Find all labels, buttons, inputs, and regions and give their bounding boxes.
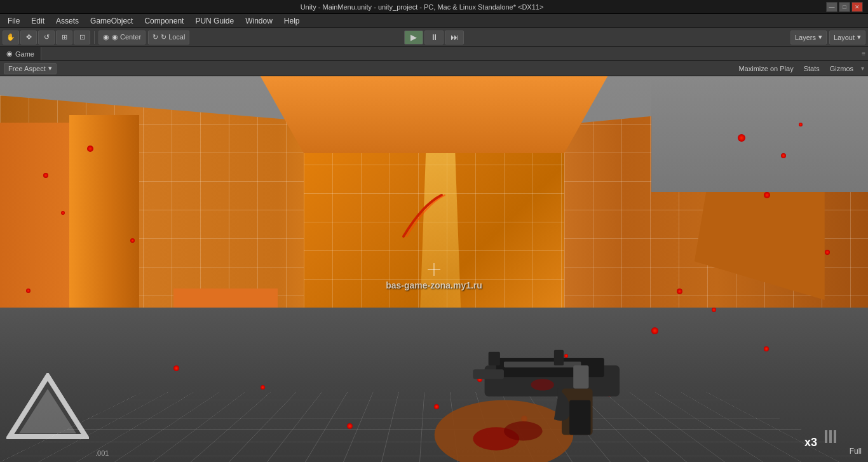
- menu-file[interactable]: File: [3, 15, 25, 27]
- tab-scroll-button[interactable]: ≡: [859, 50, 868, 57]
- window-title: Unity - MainMenu.unity - unity_project -…: [18, 3, 826, 11]
- menu-bar: File Edit Assets GameObject Component PU…: [0, 14, 868, 28]
- layers-label: Layers: [795, 34, 816, 41]
- layers-dropdown[interactable]: Layers ▾: [790, 31, 827, 44]
- gizmos-button[interactable]: Gizmos: [827, 64, 856, 73]
- game-right-controls: Maximize on Play Stats Gizmos ▾: [736, 64, 864, 73]
- menu-edit[interactable]: Edit: [26, 15, 50, 27]
- step-button[interactable]: ⏭: [445, 31, 464, 44]
- local-global-button[interactable]: ↻ ↻ Local: [148, 31, 189, 44]
- scale-tool-button[interactable]: ⊞: [56, 31, 72, 44]
- menu-component[interactable]: Component: [139, 15, 189, 27]
- stats-button[interactable]: Stats: [801, 64, 822, 73]
- minimize-button[interactable]: —: [826, 2, 837, 12]
- svg-rect-12: [554, 350, 564, 365]
- ammo-bars: [825, 430, 836, 443]
- game-toolbar: Free Aspect ▾ Maximize on Play Stats Giz…: [0, 61, 868, 76]
- multiplier-text: x3: [804, 436, 817, 449]
- center-pivot-button[interactable]: ◉ ◉ Center: [98, 31, 146, 44]
- rotate-tool-button[interactable]: ↺: [38, 31, 55, 44]
- menu-pun-guide[interactable]: PUN Guide: [190, 15, 239, 27]
- game-tab-icon: ◉: [6, 50, 13, 58]
- menu-help[interactable]: Help: [279, 15, 305, 27]
- title-bar: Unity - MainMenu.unity - unity_project -…: [0, 0, 868, 14]
- particle-13: [261, 385, 265, 390]
- particle-18: [825, 250, 830, 255]
- menu-assets[interactable]: Assets: [51, 15, 84, 27]
- game-scene: bas-game-zona.my1.ru: [0, 76, 868, 462]
- unity-logo: [6, 373, 89, 456]
- top-right-gray: [651, 76, 869, 192]
- free-aspect-button[interactable]: Free Aspect ▾: [4, 63, 57, 74]
- svg-point-14: [531, 379, 554, 390]
- game-tab-bar: ◉ Game ≡: [0, 47, 868, 61]
- layers-chevron-icon: ▾: [818, 33, 822, 41]
- free-aspect-chevron-icon: ▾: [48, 64, 52, 72]
- svg-rect-13: [569, 400, 590, 435]
- layout-dropdown[interactable]: Layout ▾: [829, 31, 865, 44]
- svg-rect-11: [489, 352, 500, 365]
- local-label: ↻ Local: [161, 33, 185, 41]
- pause-button[interactable]: ⏸: [424, 31, 444, 44]
- toolbar: ✋ ✥ ↺ ⊞ ⊡ ◉ ◉ Center ↻ ↻ Local ▶ ⏸ ⏭ Lay…: [0, 28, 868, 47]
- bullet-trail: [391, 192, 467, 243]
- transform-tools: ✋ ✥ ↺ ⊞ ⊡: [3, 31, 90, 44]
- menu-gameobject[interactable]: GameObject: [85, 15, 138, 27]
- right-toolbar: Layers ▾ Layout ▾: [790, 31, 865, 44]
- game-viewport[interactable]: bas-game-zona.my1.ru: [0, 76, 868, 462]
- center-label: ◉ Center: [112, 33, 141, 41]
- game-tab-label: Game: [15, 50, 34, 58]
- close-button[interactable]: ✕: [851, 2, 863, 12]
- window-controls[interactable]: — □ ✕: [826, 2, 863, 12]
- hand-tool-button[interactable]: ✋: [3, 31, 19, 44]
- svg-point-4: [504, 421, 543, 440]
- ammo-bar-1: [825, 430, 827, 443]
- game-panel: ◉ Game ≡ Free Aspect ▾ Maximize on Play …: [0, 47, 868, 462]
- free-aspect-label: Free Aspect: [8, 65, 46, 72]
- move-tool-button[interactable]: ✥: [20, 31, 37, 44]
- ammo-bar-2: [829, 430, 832, 443]
- toolbar-sep-1: [94, 31, 95, 44]
- play-button[interactable]: ▶: [404, 31, 423, 44]
- local-icon: ↻: [153, 33, 158, 41]
- full-indicator: Full: [850, 447, 862, 456]
- particle-6: [87, 146, 93, 152]
- weapon-overlay: [304, 250, 781, 462]
- ammo-bar-3: [834, 430, 836, 443]
- frame-counter: .001: [95, 449, 109, 457]
- maximize-on-play-button[interactable]: Maximize on Play: [736, 64, 796, 73]
- svg-rect-7: [473, 369, 504, 379]
- rect-tool-button[interactable]: ⊡: [74, 31, 90, 44]
- particle-19: [26, 289, 31, 293]
- menu-window[interactable]: Window: [240, 15, 278, 27]
- game-tab[interactable]: ◉ Game: [0, 47, 41, 60]
- maximize-button[interactable]: □: [839, 2, 850, 12]
- center-icon: ◉: [103, 33, 109, 41]
- svg-rect-10: [573, 365, 588, 388]
- play-controls: ▶ ⏸ ⏭: [404, 31, 464, 44]
- layout-label: Layout: [834, 34, 855, 41]
- gizmos-chevron-icon: ▾: [861, 65, 864, 72]
- layout-chevron-icon: ▾: [857, 33, 861, 41]
- svg-rect-9: [504, 362, 581, 367]
- particle-7: [130, 238, 135, 243]
- particle-3: [799, 123, 803, 126]
